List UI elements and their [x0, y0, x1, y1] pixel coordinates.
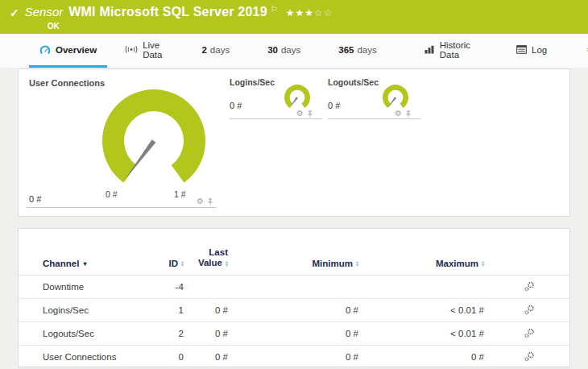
gauge-current-value: 0 # [328, 101, 340, 110]
tab-overview-label: Overview [56, 45, 97, 55]
tab-log[interactable]: Log [506, 34, 557, 68]
flag-icon[interactable]: ⚐ [271, 5, 278, 14]
logouts-sec-gauge [379, 84, 412, 111]
channel-id: 2 [147, 329, 184, 338]
channel-last-value: 0 # [184, 329, 228, 338]
gauge-panel-logouts-sec: Logouts/Sec 0 # ⚙ [328, 77, 420, 119]
sensor-status-badge: OK [48, 22, 333, 31]
column-header-value-label: Value [198, 258, 222, 268]
table-row-logins-sec: Logins/Sec 1 0 # 0 # < 0.01 # [19, 299, 569, 322]
user-connections-gauge [93, 85, 214, 186]
sort-descending-icon[interactable]: ▾ [83, 260, 86, 267]
channel-minimum: 0 # [228, 352, 358, 362]
column-header-last-value[interactable]: Last Value▴▾ [184, 247, 228, 268]
channel-name[interactable]: User Connections [43, 352, 147, 362]
pin-icon[interactable] [207, 198, 213, 205]
pin-icon[interactable] [307, 110, 313, 118]
bar-chart-icon [424, 45, 435, 54]
column-header-maximum[interactable]: Maximum ▴▾ [358, 259, 484, 268]
tab-bar: Overview Live Data 2 days 30 days 365 da… [0, 34, 588, 68]
channels-table: Channel ▾ ID ▴▾ Last Value▴▾ Minimum ▴▾ [19, 229, 569, 369]
channel-minimum: 0 # [228, 329, 358, 338]
page-content: User Connections 0 # 1 # 0 # ⚙ Logins/Se… [0, 68, 588, 367]
tab-30-days[interactable]: 30 days [257, 34, 311, 68]
channel-name[interactable]: Logins/Sec [43, 305, 147, 315]
tab-2-days-label: days [210, 45, 230, 55]
sensor-title: WMI Microsoft SQL Server 2019 [68, 5, 267, 19]
gauge-title: Logouts/Sec [328, 77, 379, 87]
tab-historic-data[interactable]: Historic Data [414, 34, 481, 68]
table-row-logouts-sec: Logouts/Sec 2 0 # 0 # < 0.01 # [19, 322, 569, 346]
tab-2-days[interactable]: 2 days [191, 34, 240, 68]
stars-filled: ★★★ [286, 7, 314, 19]
gauge-panel-user-connections: User Connections 0 # 1 # 0 # ⚙ [27, 76, 217, 208]
column-header-channel[interactable]: Channel ▾ [43, 259, 147, 268]
channel-last-value: 0 # [184, 305, 228, 315]
table-row-downtime: Downtime -4 [19, 276, 569, 299]
tab-30-days-number: 30 [267, 45, 278, 55]
channel-id: -4 [147, 282, 184, 292]
gauge-panel-logins-sec: Logins/Sec 0 # ⚙ [230, 77, 322, 119]
gauges-card: User Connections 0 # 1 # 0 # ⚙ Logins/Se… [18, 68, 570, 217]
column-header-minimum[interactable]: Minimum ▴▾ [228, 259, 358, 268]
tab-365-days[interactable]: 365 days [328, 34, 387, 68]
channel-last-value: 0 # [184, 352, 228, 362]
gauge-scale-max: 1 # [174, 189, 186, 199]
channel-minimum: 0 # [228, 305, 358, 315]
gauge-current-value: 0 # [230, 101, 242, 110]
tab-365-days-label: days [357, 45, 376, 55]
channel-settings-gears-icon[interactable] [524, 328, 535, 338]
channel-maximum: < 0.01 # [358, 305, 484, 315]
column-header-last-label: Last [209, 247, 228, 258]
gauge-current-value: 0 # [29, 194, 41, 204]
tab-2-days-number: 2 [201, 45, 206, 55]
gauge-scale-min: 0 # [106, 189, 118, 199]
channel-name[interactable]: Downtime [43, 282, 147, 292]
gear-icon[interactable]: ⚙ [197, 197, 204, 205]
stars-empty: ☆☆ [314, 7, 333, 19]
tab-historic-data-label: Historic Data [440, 40, 470, 60]
pin-icon[interactable] [405, 110, 412, 118]
sort-icon[interactable]: ▴▾ [482, 260, 484, 267]
gear-icon[interactable]: ⚙ [395, 110, 402, 118]
table-row-user-connections: User Connections 0 0 # 0 # 0 # [19, 346, 569, 369]
tab-live-data-label: Live Data [143, 40, 162, 60]
channel-maximum: 0 # [358, 352, 484, 362]
logins-sec-gauge [281, 84, 313, 111]
gauge-title: Logins/Sec [230, 77, 275, 87]
status-ok-check-icon: ✓ [10, 6, 19, 19]
sensor-header: ✓ Sensor WMI Microsoft SQL Server 2019 ⚐… [0, 0, 588, 34]
tab-live-data[interactable]: Live Data [114, 34, 172, 68]
channel-id: 1 [147, 305, 184, 315]
channel-maximum: < 0.01 # [358, 329, 484, 338]
tab-settings[interactable]: ⚙ Settings [576, 34, 588, 68]
log-list-icon [516, 45, 527, 54]
channel-name[interactable]: Logouts/Sec [43, 329, 147, 338]
column-header-channel-label: Channel [43, 259, 79, 268]
priority-star-rating[interactable]: ★★★☆☆ [286, 7, 333, 19]
gauge-icon [39, 45, 51, 55]
tab-30-days-label: days [281, 45, 300, 55]
column-header-maximum-label: Maximum [436, 259, 478, 268]
tab-log-label: Log [532, 45, 547, 55]
column-header-minimum-label: Minimum [313, 259, 353, 268]
channel-settings-gears-icon[interactable] [524, 305, 535, 315]
gear-icon[interactable]: ⚙ [296, 110, 304, 118]
live-broadcast-icon [125, 45, 138, 54]
tab-overview[interactable]: Overview [29, 34, 107, 68]
channel-id: 0 [147, 352, 184, 362]
channel-settings-gears-icon[interactable] [524, 351, 535, 362]
table-header-row: Channel ▾ ID ▴▾ Last Value▴▾ Minimum ▴▾ [19, 229, 569, 276]
channels-table-card: Channel ▾ ID ▴▾ Last Value▴▾ Minimum ▴▾ [18, 228, 570, 367]
channel-settings-gears-icon[interactable] [524, 281, 535, 292]
column-header-id-label: ID [168, 259, 178, 268]
sensor-kind-label: Sensor [25, 5, 64, 19]
tab-365-days-number: 365 [338, 45, 354, 55]
column-header-id[interactable]: ID ▴▾ [147, 259, 184, 268]
